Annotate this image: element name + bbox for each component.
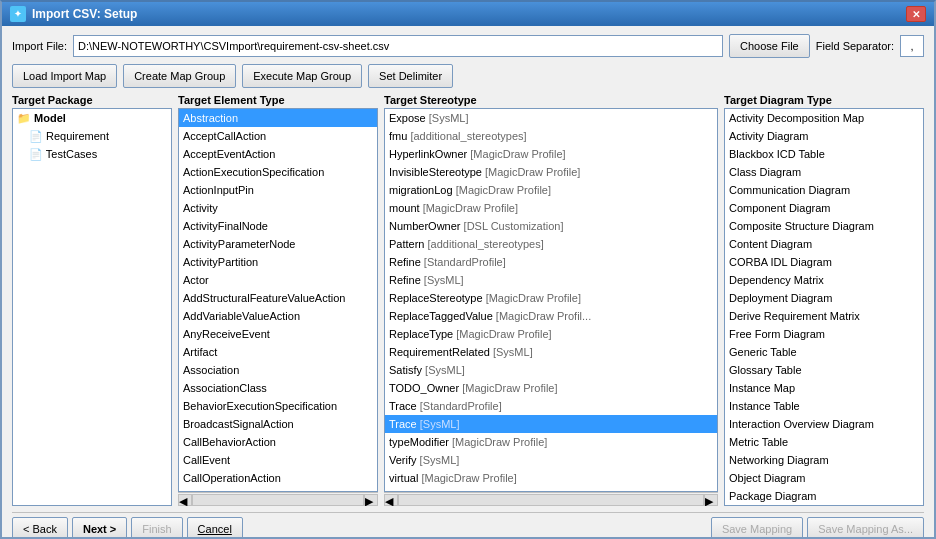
list-item[interactable]: Trace [StandardProfile] (385, 397, 717, 415)
list-item[interactable]: Content Diagram (725, 235, 923, 253)
scroll-left-btn[interactable]: ◀ (384, 494, 398, 506)
list-item[interactable]: InvisibleStereotype [MagicDraw Profile] (385, 163, 717, 181)
list-item[interactable]: Interaction Overview Diagram (725, 415, 923, 433)
list-item[interactable]: ActivityParameterNode (179, 235, 377, 253)
target-package-label: Target Package (12, 94, 172, 106)
list-item[interactable]: AddVariableValueAction (179, 307, 377, 325)
save-mapping-as-button[interactable]: Save Mapping As... (807, 517, 924, 539)
list-item[interactable]: virtual [MagicDraw Profile] (385, 469, 717, 487)
list-item[interactable]: Satisfy [SysML] (385, 361, 717, 379)
save-mapping-button[interactable]: Save Mapping (711, 517, 803, 539)
list-item[interactable]: Activity (179, 199, 377, 217)
next-button[interactable]: Next > (72, 517, 127, 539)
list-item[interactable]: Association (179, 361, 377, 379)
list-item[interactable]: Refine [SysML] (385, 271, 717, 289)
list-item[interactable]: AssociationClass (179, 379, 377, 397)
target-package-panel: Target Package 📁 Model 📄 Requirement 📄 T… (12, 94, 172, 506)
target-diagram-type-listbox[interactable]: Activity Decomposition MapActivity Diagr… (724, 108, 924, 506)
list-item[interactable]: Derive Requirement Matrix (725, 307, 923, 325)
list-item[interactable]: Object Diagram (725, 469, 923, 487)
list-item[interactable]: AcceptCallAction (179, 127, 377, 145)
list-item[interactable]: ActionExecutionSpecification (179, 163, 377, 181)
list-item[interactable]: Refine [StandardProfile] (385, 253, 717, 271)
list-item[interactable]: Package Diagram (725, 487, 923, 505)
element-type-hscroll[interactable]: ◀ ▶ (178, 492, 378, 506)
list-item[interactable]: Networking Diagram (725, 451, 923, 469)
stereotype-hscroll[interactable]: ◀ ▶ (384, 492, 718, 506)
list-item[interactable]: Metric Table (725, 433, 923, 451)
cancel-button[interactable]: Cancel (187, 517, 243, 539)
load-import-map-button[interactable]: Load Import Map (12, 64, 117, 88)
list-item[interactable]: BroadcastSignalAction (179, 415, 377, 433)
target-package-listbox[interactable]: 📁 Model 📄 Requirement 📄 TestCases (12, 108, 172, 506)
hscroll-bar[interactable] (192, 494, 364, 506)
finish-button[interactable]: Finish (131, 517, 182, 539)
list-item[interactable]: fmu [additional_stereotypes] (385, 127, 717, 145)
execute-map-group-button[interactable]: Execute Map Group (242, 64, 362, 88)
list-item[interactable]: CallBehaviorAction (179, 433, 377, 451)
list-item[interactable]: Pattern [additional_stereotypes] (385, 235, 717, 253)
list-item[interactable]: ActivityFinalNode (179, 217, 377, 235)
list-item[interactable]: 📄 TestCases (13, 145, 171, 163)
target-element-type-panel: Target Element Type AbstractionAcceptCal… (178, 94, 378, 506)
import-file-row: Import File: Choose File Field Separator… (12, 34, 924, 58)
scroll-right-btn[interactable]: ▶ (704, 494, 718, 506)
list-item[interactable]: mount [MagicDraw Profile] (385, 199, 717, 217)
list-item[interactable]: RequirementRelated [SysML] (385, 343, 717, 361)
list-item[interactable]: TODO_Owner [MagicDraw Profile] (385, 379, 717, 397)
list-item[interactable]: 📄 Requirement (13, 127, 171, 145)
list-item[interactable]: NumberOwner [DSL Customization] (385, 217, 717, 235)
list-item[interactable]: AcceptEventAction (179, 145, 377, 163)
close-button[interactable]: ✕ (906, 6, 926, 22)
list-item[interactable]: Activity Decomposition Map (725, 109, 923, 127)
list-item[interactable]: Class Diagram (725, 163, 923, 181)
list-item[interactable]: migrationLog [MagicDraw Profile] (385, 181, 717, 199)
list-item[interactable]: Verify [SysML] (385, 451, 717, 469)
list-item[interactable]: ActivityPartition (179, 253, 377, 271)
list-item[interactable]: Artifact (179, 343, 377, 361)
list-item[interactable]: CORBA IDL Diagram (725, 253, 923, 271)
list-item[interactable]: Deployment Diagram (725, 289, 923, 307)
list-item[interactable]: Activity Diagram (725, 127, 923, 145)
list-item[interactable]: Instance Map (725, 379, 923, 397)
list-item[interactable]: 📁 Model (13, 109, 171, 127)
testcases-label: TestCases (46, 148, 97, 160)
list-item[interactable]: Generic Table (725, 343, 923, 361)
list-item[interactable]: Blackbox ICD Table (725, 145, 923, 163)
list-item[interactable]: Actor (179, 271, 377, 289)
list-item[interactable]: AnyReceiveEvent (179, 325, 377, 343)
choose-file-button[interactable]: Choose File (729, 34, 810, 58)
footer-left: < Back Next > Finish Cancel (12, 517, 243, 539)
list-item[interactable]: CallEvent (179, 451, 377, 469)
hscroll-bar[interactable] (398, 494, 704, 506)
list-item[interactable]: typeModifier [MagicDraw Profile] (385, 433, 717, 451)
target-stereotype-listbox[interactable]: Expose [SysML]fmu [additional_stereotype… (384, 108, 718, 492)
list-item[interactable]: Communication Diagram (725, 181, 923, 199)
list-item[interactable]: Component Diagram (725, 199, 923, 217)
list-item[interactable]: Abstraction (179, 109, 377, 127)
import-path-input[interactable] (73, 35, 723, 57)
list-item[interactable]: Instance Table (725, 397, 923, 415)
list-item[interactable]: Composite Structure Diagram (725, 217, 923, 235)
target-element-type-listbox[interactable]: AbstractionAcceptCallActionAcceptEventAc… (178, 108, 378, 492)
list-item[interactable]: Dependency Matrix (725, 271, 923, 289)
list-item[interactable]: Trace [SysML] (385, 415, 717, 433)
list-item[interactable]: Free Form Diagram (725, 325, 923, 343)
window-title: Import CSV: Setup (32, 7, 906, 21)
list-item[interactable]: HyperlinkOwner [MagicDraw Profile] (385, 145, 717, 163)
list-item[interactable]: BehaviorExecutionSpecification (179, 397, 377, 415)
list-item[interactable]: ReplaceType [MagicDraw Profile] (385, 325, 717, 343)
list-item[interactable]: ActionInputPin (179, 181, 377, 199)
scroll-right-btn[interactable]: ▶ (364, 494, 378, 506)
list-item[interactable]: ReplaceStereotype [MagicDraw Profile] (385, 289, 717, 307)
create-map-group-button[interactable]: Create Map Group (123, 64, 236, 88)
list-item[interactable]: ReplaceTaggedValue [MagicDraw Profil... (385, 307, 717, 325)
scroll-left-btn[interactable]: ◀ (178, 494, 192, 506)
list-item[interactable]: Glossary Table (725, 361, 923, 379)
set-delimiter-button[interactable]: Set Delimiter (368, 64, 453, 88)
list-item[interactable]: Expose [SysML] (385, 109, 717, 127)
back-button[interactable]: < Back (12, 517, 68, 539)
list-item[interactable]: AddStructuralFeatureValueAction (179, 289, 377, 307)
list-item[interactable]: CallOperationAction (179, 469, 377, 487)
separator-input[interactable] (900, 35, 924, 57)
